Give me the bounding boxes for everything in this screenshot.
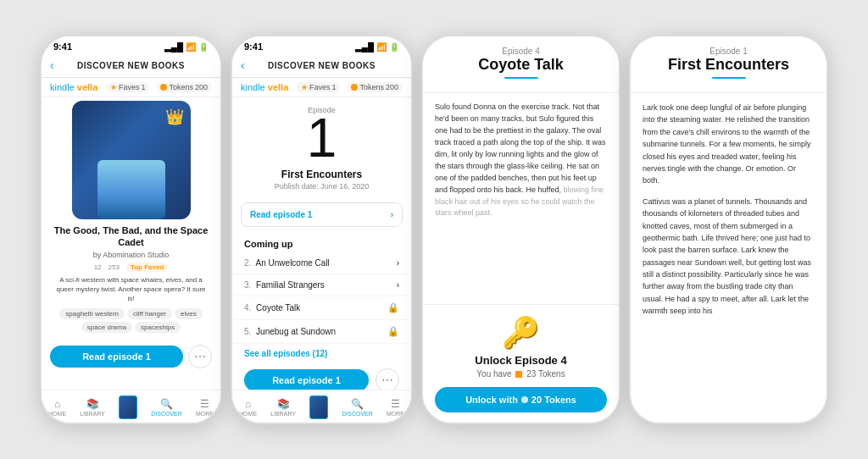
tokens-label-2: Tokens <box>359 83 384 91</box>
lock-icon-3: 🔒 <box>387 302 399 313</box>
signal-icon: ▂▄█ <box>164 42 183 52</box>
story-para-2: Cattivus was a planet of tunnels. Thousa… <box>643 196 815 318</box>
nav-home-1[interactable]: ⌂ HOME <box>48 398 66 417</box>
tag-cliffhanger[interactable]: cliff hanger <box>127 308 172 319</box>
unlock-btn-3[interactable]: Unlock with 20 Tokens <box>435 387 607 412</box>
nav-thumb-2[interactable] <box>309 395 328 419</box>
see-all-link[interactable]: See all episodes (12) <box>232 344 411 363</box>
nav-home-2[interactable]: ⌂ HOME <box>239 398 257 417</box>
signal-icon-2: ▂▄█ <box>355 42 374 52</box>
kindle-text-1: kindle <box>50 82 75 92</box>
unlock-btn-label: Unlock with <box>465 395 518 405</box>
fave-badge-1: ★ Faves 1 <box>106 82 150 92</box>
back-arrow-1[interactable]: ‹ <box>50 58 54 72</box>
battery-icon: 🔋 <box>198 42 209 52</box>
episode-header-3: Episode 4 Coyote Talk <box>423 36 619 93</box>
top-faved-badge: Top Faved <box>126 263 168 272</box>
more-options-btn-2[interactable]: ⋯ <box>376 368 399 392</box>
tag-spaceships[interactable]: spaceships <box>135 322 181 333</box>
wifi-icon-2: 📶 <box>376 42 387 52</box>
library-icon-1: 📚 <box>86 398 99 410</box>
ep-divider-4 <box>712 77 746 79</box>
faves-count-2: 1 <box>331 83 336 91</box>
story-body-3: Sulo found Donna on the exercise track. … <box>435 102 606 194</box>
home-icon-1: ⌂ <box>54 398 60 410</box>
book-cover-image: 👑 <box>72 101 191 219</box>
reads-count: 253 <box>108 263 120 271</box>
nav-discover-label-1: DISCOVER <box>151 411 182 417</box>
nav-thumb-1[interactable] <box>119 395 137 419</box>
star-icon-2: ★ <box>301 83 308 91</box>
more-options-btn-1[interactable]: ⋯ <box>188 345 212 368</box>
time-1: 9:41 <box>53 41 72 52</box>
episode-number-2: 1 <box>244 111 399 165</box>
token-badge-1: Tokens 200 <box>156 82 212 92</box>
book-cover-area: 👑 The Good, The Bad, and the Space Cadet… <box>42 97 220 345</box>
phone-4: Episode 1 First Encounters Lark took one… <box>629 35 828 424</box>
read-episode-btn-1[interactable]: Read episode 1 <box>50 346 183 368</box>
story-para-1: Lark took one deep lungful of air before… <box>643 102 815 187</box>
token-dot-2 <box>351 84 358 91</box>
ep-label-4: Episode 1 <box>643 47 815 56</box>
story-body-4: Lark took one deep lungful of air before… <box>631 93 826 335</box>
status-icons-2: ▂▄█ 📶 🔋 <box>355 42 399 52</box>
lock-icon-4: 🔒 <box>387 326 399 337</box>
bottom-nav-2: ⌂ HOME 📚 LIBRARY 🔍 DISCOVER ☰ MORE <box>232 390 411 423</box>
tag-spacedrama[interactable]: space drama <box>81 322 132 333</box>
back-arrow-2[interactable]: ‹ <box>241 58 245 72</box>
episode-list-item-1[interactable]: 2. An Unwelcome Call › <box>232 252 411 274</box>
more-icon-2: ☰ <box>391 398 400 410</box>
tag-elves[interactable]: elves <box>175 308 203 319</box>
nav-library-2[interactable]: 📚 LIBRARY <box>270 398 296 417</box>
episode-item-title-1: 2. An Unwelcome Call <box>244 258 330 268</box>
unlock-title-3: Unlock Episode 4 <box>435 354 607 367</box>
nav-discover-1[interactable]: 🔍 DISCOVER <box>151 398 182 417</box>
key-icon-3: 🔑 <box>435 315 607 351</box>
ep-divider-3 <box>504 77 538 79</box>
token-dot-1 <box>160 84 167 91</box>
nav-library-1[interactable]: 📚 LIBRARY <box>80 398 105 417</box>
read-episode-link-2[interactable]: Read episode 1 › <box>241 202 403 227</box>
story-text-3: Sulo found Donna on the exercise track. … <box>423 93 619 304</box>
chevron-right-icon-2: › <box>391 210 393 219</box>
library-icon-2: 📚 <box>277 398 290 410</box>
episode-list-item-4[interactable]: 5. Junebug at Sundown 🔒 <box>232 320 411 344</box>
nav-more-label-2: MORE <box>387 411 404 417</box>
token-badge-2: Tokens 200 <box>347 82 403 92</box>
discover-icon-1: 🔍 <box>160 398 173 410</box>
episode-item-title-3: 4. Coyote Talk <box>244 303 300 312</box>
nav-more-label-1: MORE <box>196 411 214 417</box>
unlock-tokens-3: You have 23 Tokens <box>435 369 607 379</box>
read-link-text-2: Read episode 1 <box>250 210 312 219</box>
header-title-2: DISCOVER NEW BOOKS <box>268 61 376 70</box>
tag-spaghetti[interactable]: spaghetti western <box>59 308 125 319</box>
discover-icon-2: 🔍 <box>351 398 364 410</box>
nav-more-1[interactable]: ☰ MORE <box>196 398 214 417</box>
star-icon-1: ★ <box>110 83 117 91</box>
cover-illustration <box>97 160 165 219</box>
nav-library-label-2: LIBRARY <box>270 411 296 417</box>
token-dot-unlock <box>521 396 528 403</box>
read-episode-btn-2[interactable]: Read episode 1 <box>244 369 369 391</box>
likes-count: 12 <box>94 263 102 271</box>
wifi-icon: 📶 <box>186 42 196 52</box>
discover-thumb-2 <box>309 395 328 419</box>
kindle-bar-1: kindle vella ★ Faves 1 Tokens 200 <box>42 78 220 97</box>
nav-more-2[interactable]: ☰ MORE <box>387 398 404 417</box>
book-stats: 12 253 Top Faved <box>50 263 212 272</box>
episode-list-item-2[interactable]: 3. Familial Strangers › <box>232 274 411 296</box>
kindle-text-2: kindle <box>241 82 265 92</box>
ep-title-4: First Encounters <box>643 56 815 74</box>
phone-3: Episode 4 Coyote Talk Sulo found Donna o… <box>421 35 620 424</box>
nav-discover-2[interactable]: 🔍 DISCOVER <box>342 398 373 417</box>
nav-home-label-1: HOME <box>48 411 66 417</box>
read-btn-area-1: Read episode 1 ⋯ <box>50 345 212 375</box>
phone-1: 9:41 ▂▄█ 📶 🔋 ‹ DISCOVER NEW BOOKS kindle… <box>40 35 222 424</box>
episode-list-item-3[interactable]: 4. Coyote Talk 🔒 <box>232 296 411 320</box>
episode-item-title-4: 5. Junebug at Sundown <box>244 327 336 336</box>
nav-library-label-1: LIBRARY <box>80 411 105 417</box>
chevron-right-ep-2: › <box>397 280 399 290</box>
unlock-tokens-label: You have <box>476 369 511 379</box>
status-bar-2: 9:41 ▂▄█ 📶 🔋 <box>232 36 411 53</box>
ep-title-3: Coyote Talk <box>435 56 607 74</box>
